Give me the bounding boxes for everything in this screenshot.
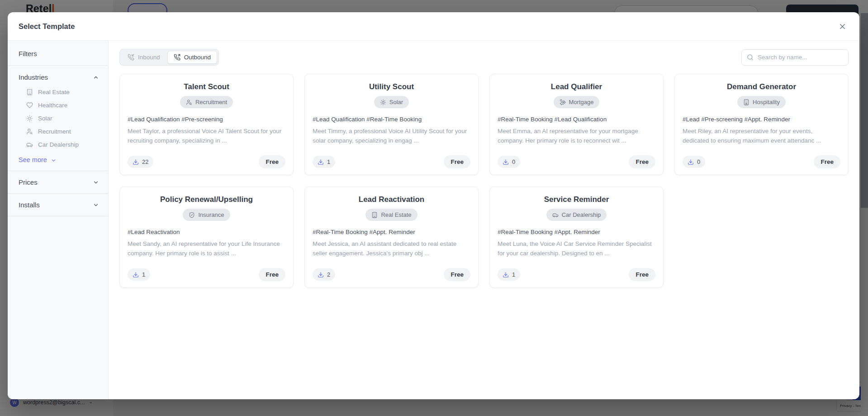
toggle-inbound[interactable]: Inbound xyxy=(121,51,166,64)
download-icon xyxy=(503,159,509,165)
card-footer: 1Free xyxy=(313,155,470,168)
search-input[interactable] xyxy=(758,54,843,61)
template-title: Service Reminder xyxy=(498,195,655,204)
template-tags: #Lead Qualification #Real-Time Booking xyxy=(313,116,470,123)
chevron-down-icon xyxy=(51,157,57,163)
downloads-value: 1 xyxy=(512,271,515,278)
industry-label: Solar xyxy=(389,99,403,105)
sidebar-item-healthcare[interactable]: Healthcare xyxy=(8,99,108,112)
downloads-value: 0 xyxy=(512,158,515,165)
downloads-value: 0 xyxy=(697,158,700,165)
downloads-count: 1 xyxy=(313,156,335,168)
close-button[interactable] xyxy=(836,20,849,33)
template-card[interactable]: Service ReminderCar Dealership#Real-Time… xyxy=(489,186,664,288)
downloads-count: 0 xyxy=(683,156,705,168)
installs-section-header[interactable]: Installs xyxy=(8,194,108,216)
downloads-count: 0 xyxy=(498,156,520,168)
sidebar-item-label: Solar xyxy=(38,115,52,122)
installs-label: Installs xyxy=(19,201,40,209)
template-description: Meet Emma, an AI representative for your… xyxy=(498,126,655,146)
chevron-up-icon xyxy=(93,74,99,81)
downloads-value: 22 xyxy=(142,158,148,165)
chevron-down-icon xyxy=(93,179,99,186)
select-template-modal: Select Template Filters Industries Real … xyxy=(8,12,859,399)
industry-badge: Real Estate xyxy=(365,209,417,221)
template-description: Meet Riley, an AI representative for you… xyxy=(683,126,840,146)
template-title: Policy Renewal/Upselling xyxy=(128,195,285,204)
template-description: Meet Timmy, a professional Voice AI Util… xyxy=(313,126,470,146)
heart-icon xyxy=(26,102,33,109)
download-icon xyxy=(688,159,694,165)
toggle-label: Inbound xyxy=(138,54,160,61)
downloads-value: 2 xyxy=(327,271,330,278)
template-search[interactable] xyxy=(741,49,849,66)
installs-section: Installs xyxy=(8,194,108,216)
downloads-count: 22 xyxy=(128,156,153,168)
download-icon xyxy=(503,272,509,278)
filters-sidebar: Filters Industries Real EstateHealthcare… xyxy=(8,41,109,399)
template-description: Meet Luna, the Voice AI Car Service Remi… xyxy=(498,239,655,258)
shield-check-icon xyxy=(189,212,195,218)
template-description: Meet Taylor, a professional Voice AI Tal… xyxy=(128,126,285,146)
template-title: Talent Scout xyxy=(128,82,285,91)
filters-heading: Filters xyxy=(8,41,108,66)
template-description: Meet Sandy, an AI representative for you… xyxy=(128,239,285,258)
industry-label: Mortgage xyxy=(569,99,594,105)
building-icon xyxy=(26,89,33,96)
download-icon xyxy=(133,272,139,278)
price-badge: Free xyxy=(444,268,470,281)
card-footer: 2Free xyxy=(313,268,470,281)
sidebar-item-solar[interactable]: Solar xyxy=(8,112,108,125)
template-tags: #Lead #Pre-screening #Appt. Reminder xyxy=(683,116,840,123)
car-icon xyxy=(552,212,559,218)
building-icon xyxy=(371,212,378,218)
template-title: Lead Reactivation xyxy=(313,195,470,204)
industries-section: Industries Real EstateHealthcareSolarRec… xyxy=(8,66,108,171)
template-card[interactable]: Demand GeneratorHospitality#Lead #Pre-sc… xyxy=(674,74,849,175)
template-tags: #Lead Qualification #Pre-screening xyxy=(128,116,285,123)
template-description: Meet Jessica, an AI assistant dedicated … xyxy=(313,239,470,258)
industry-label: Insurance xyxy=(198,211,224,218)
price-badge: Free xyxy=(259,155,285,168)
templates-grid: Talent ScoutRecruitment#Lead Qualificati… xyxy=(119,74,849,288)
modal-header: Select Template xyxy=(8,12,859,41)
template-tags: #Real-Time Booking #Appt. Reminder xyxy=(313,229,470,235)
phone-incoming-icon xyxy=(128,54,134,61)
download-icon xyxy=(133,159,139,165)
industry-badge: Solar xyxy=(374,96,409,108)
user-search-icon xyxy=(26,128,33,135)
template-card[interactable]: Policy Renewal/UpsellingInsurance#Lead R… xyxy=(119,186,294,288)
sidebar-item-label: Car Dealership xyxy=(38,141,79,148)
card-footer: 1Free xyxy=(498,268,655,281)
phone-outgoing-icon xyxy=(174,54,180,61)
download-icon xyxy=(318,159,324,165)
industry-badge: Insurance xyxy=(183,209,230,221)
template-card[interactable]: Talent ScoutRecruitment#Lead Qualificati… xyxy=(119,74,294,175)
downloads-count: 2 xyxy=(313,268,335,281)
sidebar-item-car-dealership[interactable]: Car Dealership xyxy=(8,138,108,151)
prices-section-header[interactable]: Prices xyxy=(8,171,108,193)
template-card[interactable]: Lead QualifierMortgage#Real-Time Booking… xyxy=(489,74,664,175)
industry-label: Recruitment xyxy=(195,99,227,105)
card-footer: 0Free xyxy=(683,155,840,168)
industries-section-header[interactable]: Industries xyxy=(8,66,108,86)
template-card[interactable]: Lead ReactivationReal Estate#Real-Time B… xyxy=(304,186,479,288)
car-icon xyxy=(26,141,33,148)
industry-label: Real Estate xyxy=(381,211,411,218)
see-more-link[interactable]: See more xyxy=(8,151,108,167)
template-tags: #Real-Time Booking #Appt. Reminder xyxy=(498,229,655,235)
close-icon xyxy=(838,22,847,31)
downloads-value: 1 xyxy=(142,271,145,278)
templates-toolbar: InboundOutbound xyxy=(119,49,849,66)
template-title: Demand Generator xyxy=(683,82,840,91)
industry-label: Car Dealership xyxy=(562,211,601,218)
user-search-icon xyxy=(186,99,192,105)
toggle-outbound[interactable]: Outbound xyxy=(167,51,217,64)
template-tags: #Lead Reactivation xyxy=(128,229,285,235)
sidebar-item-recruitment[interactable]: Recruitment xyxy=(8,125,108,138)
call-direction-toggle: InboundOutbound xyxy=(119,49,219,66)
template-card[interactable]: Utility ScoutSolar#Lead Qualification #R… xyxy=(304,74,479,175)
hand-coins-icon xyxy=(560,99,566,105)
sidebar-item-real-estate[interactable]: Real Estate xyxy=(8,86,108,99)
price-badge: Free xyxy=(629,155,655,168)
